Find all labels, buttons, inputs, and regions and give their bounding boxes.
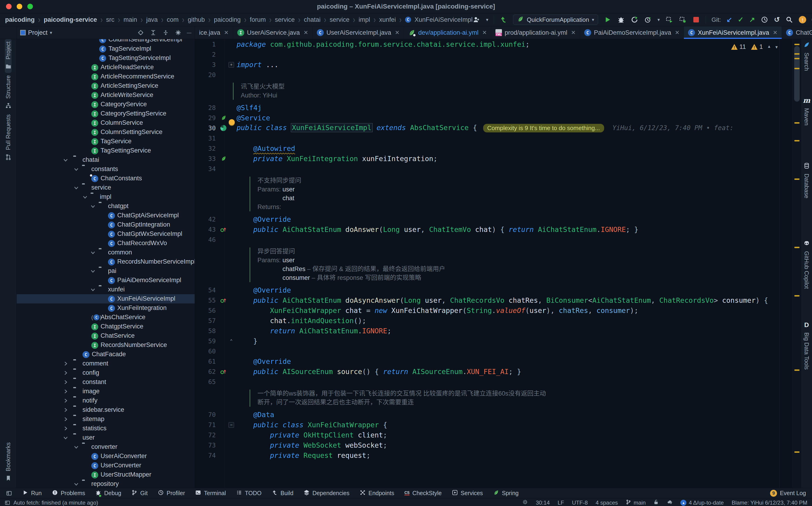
coverage-icon[interactable] bbox=[630, 16, 638, 24]
tab-close-icon[interactable]: ✕ bbox=[395, 29, 400, 36]
next-issue-button[interactable]: ▾ bbox=[775, 44, 778, 50]
tree-item-config[interactable]: config bbox=[17, 368, 195, 377]
code-editor[interactable]: ! 11 ! 1 ▾ ▾ 1package com.github.paicodi… bbox=[195, 39, 801, 488]
sidebar-item-search[interactable]: Search bbox=[803, 39, 810, 73]
tree-item-abschatservice[interactable]: (C)AbsChatService bbox=[17, 313, 195, 322]
git-update-button[interactable]: ↙ bbox=[727, 16, 732, 23]
tree-item-chatai[interactable]: chatai bbox=[17, 155, 195, 165]
status-item-blame[interactable]: Blame: YiHui 6/12/23, 7:40 PM bbox=[732, 500, 807, 506]
chevron-collapsed-icon[interactable] bbox=[63, 416, 69, 422]
chevron-expanded-icon[interactable] bbox=[73, 481, 79, 487]
code-line-28[interactable]: 28@Slf4j bbox=[195, 102, 801, 113]
close-window-button[interactable] bbox=[6, 4, 12, 9]
overrides-method-icon[interactable] bbox=[219, 226, 228, 233]
code-line-2[interactable]: 2 bbox=[195, 49, 801, 60]
tree-item-chatgptintegration[interactable]: CChatGptIntegration bbox=[17, 220, 195, 229]
status-item[interactable] bbox=[667, 499, 673, 506]
chevron-collapsed-icon[interactable] bbox=[63, 407, 69, 413]
project-panel-title[interactable]: Project bbox=[28, 29, 48, 36]
tree-item-articlesettingservice[interactable]: IArticleSettingService bbox=[17, 81, 195, 90]
tree-item-constants[interactable]: constants bbox=[17, 165, 195, 174]
breadcrumb-item[interactable]: com bbox=[167, 16, 179, 23]
play-green-icon[interactable] bbox=[604, 16, 612, 24]
screen-play-icon[interactable] bbox=[665, 16, 673, 24]
warning-stripe-mark[interactable] bbox=[794, 140, 800, 142]
chevron-expanded-icon[interactable] bbox=[90, 250, 96, 256]
code-line-43[interactable]: 43public AiChatStatEnum doAnswer(Long us… bbox=[195, 224, 801, 235]
tab-xunfeiaiserviceimpl-java[interactable]: CXunFeiAiServiceImpl.java✕ bbox=[684, 26, 782, 39]
status-item[interactable] bbox=[522, 499, 528, 506]
breadcrumb-item[interactable]: forum bbox=[250, 16, 266, 23]
breadcrumb-item[interactable]: paicoding bbox=[5, 16, 35, 23]
tree-item-notify[interactable]: notify bbox=[17, 396, 195, 405]
clock-icon[interactable] bbox=[760, 16, 768, 24]
tree-item-userstructmapper[interactable]: IUserStructMapper bbox=[17, 470, 195, 479]
tree-item-sitemap[interactable]: sitemap bbox=[17, 415, 195, 424]
expand-all-icon[interactable] bbox=[149, 29, 157, 36]
magnifier-icon[interactable] bbox=[785, 16, 793, 24]
chevron-expanded-icon[interactable] bbox=[73, 185, 79, 191]
tree-item-service[interactable]: service bbox=[17, 183, 195, 192]
ide-update-button[interactable]: ↑ bbox=[799, 16, 806, 23]
toolwindow-build[interactable]: Build bbox=[272, 490, 293, 497]
status-item-main[interactable]: main bbox=[626, 499, 646, 506]
class-implementations-icon[interactable] bbox=[219, 125, 228, 131]
error-stripe[interactable] bbox=[792, 39, 801, 488]
intention-bulb-icon[interactable] bbox=[229, 119, 235, 125]
code-line-1[interactable]: 1package com.github.paicoding.forum.serv… bbox=[195, 39, 801, 49]
tree-item-xunfeiintegration[interactable]: CXunFeiIntegration bbox=[17, 304, 195, 313]
code-line-71[interactable]: 71−public class XunFeiChatWrapper { bbox=[195, 420, 801, 430]
sidebar-item-bookmarks[interactable]: Bookmarks bbox=[5, 440, 12, 485]
warning-stripe-mark[interactable] bbox=[794, 122, 800, 123]
tree-item-tagservice[interactable]: ITagService bbox=[17, 137, 195, 146]
tree-item-constant[interactable]: constant bbox=[17, 377, 195, 387]
collapse-all-icon[interactable] bbox=[162, 29, 170, 36]
tree-item-image[interactable]: image bbox=[17, 387, 195, 396]
tree-item-columnsettingserviceimpl[interactable]: CColumnSettingServiceImpl bbox=[17, 39, 195, 44]
warning-stripe-mark[interactable] bbox=[794, 178, 800, 180]
chevron-expanded-icon[interactable] bbox=[63, 435, 69, 441]
code-line-62[interactable]: 62public AISourceEnum source() { return … bbox=[195, 366, 801, 376]
stop-button[interactable] bbox=[692, 16, 700, 24]
chevron-collapsed-icon[interactable] bbox=[63, 379, 69, 385]
fold-marker[interactable]: + bbox=[228, 62, 235, 68]
chevron-collapsed-icon[interactable] bbox=[63, 361, 69, 367]
spring-bean-icon[interactable] bbox=[219, 155, 228, 162]
chevron-down-icon[interactable]: ▾ bbox=[658, 17, 660, 22]
git-push-button[interactable]: ↗ bbox=[749, 16, 755, 23]
code-line-61[interactable]: 61@Override bbox=[195, 356, 801, 366]
status-item-4[interactable]: ▲4 Δ/up-to-date bbox=[680, 500, 724, 506]
fold-marker[interactable]: ⌃ bbox=[228, 338, 235, 344]
tab-close-icon[interactable]: ✕ bbox=[224, 29, 229, 36]
hide-panel-button[interactable]: — bbox=[187, 30, 191, 35]
toolwindow-debug[interactable]: Debug bbox=[95, 490, 121, 497]
code-line-59[interactable]: 59⌃} bbox=[195, 336, 801, 346]
tree-item-articlerecommendservice[interactable]: IArticleRecommendService bbox=[17, 72, 195, 81]
breadcrumb-item[interactable]: chatai bbox=[304, 16, 321, 23]
tab-close-icon[interactable]: ✕ bbox=[482, 29, 487, 36]
fold-marker[interactable]: − bbox=[228, 422, 235, 428]
status-item-lf[interactable]: LF bbox=[557, 500, 564, 506]
tool-window-switcher-icon[interactable] bbox=[6, 490, 12, 496]
chevron-down-icon[interactable]: ▾ bbox=[486, 17, 488, 22]
chevron-collapsed-icon[interactable] bbox=[63, 389, 69, 395]
tree-item-sidebar-service[interactable]: sidebar.service bbox=[17, 405, 195, 415]
status-item-3014[interactable]: 30:14 bbox=[536, 500, 550, 506]
chevron-expanded-icon[interactable] bbox=[82, 194, 88, 200]
chevron-expanded-icon[interactable] bbox=[90, 268, 96, 274]
tree-item-tagserviceimpl[interactable]: CTagServiceImpl bbox=[17, 44, 195, 54]
code-line-46[interactable]: 46 bbox=[195, 235, 801, 245]
tree-item-columnservice[interactable]: IColumnService bbox=[17, 118, 195, 128]
warning-stripe-mark[interactable] bbox=[794, 295, 800, 297]
breadcrumb-item[interactable]: impl bbox=[358, 16, 370, 23]
inspections-widget[interactable]: ! 11 ! 1 ▾ ▾ bbox=[731, 43, 778, 51]
tree-item-userconverter[interactable]: CUserConverter bbox=[17, 461, 195, 470]
code-line-73[interactable]: 73private WebSocket webSocket; bbox=[195, 440, 801, 450]
breadcrumb-item[interactable]: github bbox=[188, 16, 205, 23]
tree-item-xunfei[interactable]: xunfei bbox=[17, 285, 195, 294]
toolwindow-problems[interactable]: Problems bbox=[52, 490, 85, 497]
tree-item-categoryservice[interactable]: ICategoryService bbox=[17, 100, 195, 109]
prev-issue-button[interactable]: ▾ bbox=[768, 44, 770, 50]
sidebar-item-structure[interactable]: Structure bbox=[5, 73, 12, 112]
code-line-57[interactable]: 57chat.initAndQuestion(); bbox=[195, 316, 801, 326]
